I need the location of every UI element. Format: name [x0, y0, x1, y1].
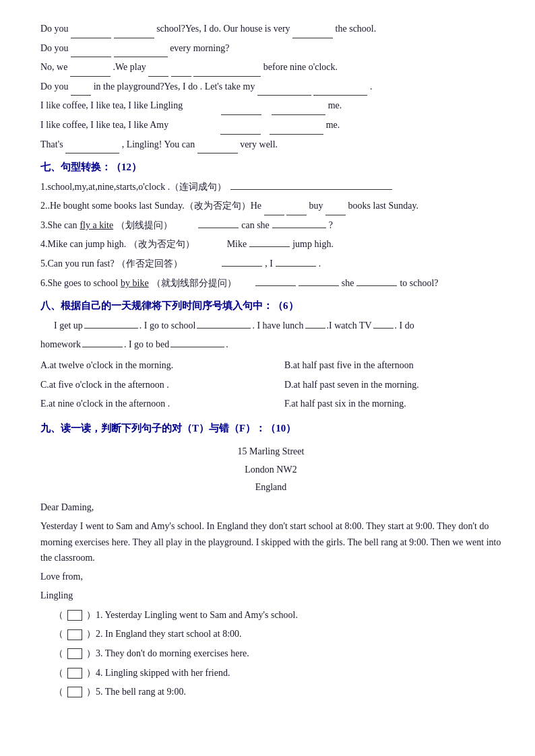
judge-text-3: 3. They don't do morning exercises here.: [96, 645, 249, 663]
blank-s7-6-1[interactable]: [255, 275, 296, 286]
blank-s7-2-1[interactable]: [264, 205, 284, 215]
worksheet-content: Do you school?Yes, I do. Our house is ve…: [40, 20, 501, 701]
blank-s8-5[interactable]: [82, 337, 123, 347]
option-e: E.at nine o'clock in the afternoon .: [40, 395, 257, 413]
judge-box-1[interactable]: [67, 610, 82, 621]
blank-7-1[interactable]: [65, 143, 119, 153]
s7-item-4: 4.Mike can jump high. （改为否定句） Mike jump …: [40, 236, 501, 254]
blank-1-3[interactable]: [292, 28, 333, 38]
blank-s7-5-2[interactable]: [276, 256, 316, 267]
blank-s7-4-1[interactable]: [249, 236, 290, 247]
s7-item-5: 5.Can you run fast? （作否定回答） , I .: [40, 255, 501, 273]
blank-s7-2-3[interactable]: [325, 205, 346, 215]
blank-s8-2[interactable]: [197, 318, 251, 329]
line-6: I like coffee, I like tea, I like Amy me…: [40, 116, 501, 135]
s7-item-1: 1.school,my,at,nine,starts,o'clock .（连词成…: [40, 178, 501, 197]
s8-line-2: homework . I go to bed .: [40, 336, 501, 354]
section-8-title: 八、根据自己的一天规律将下列时间序号填入句中：（6）: [40, 296, 501, 316]
s7-item-2: 2..He bought some books last Sunday.（改为否…: [40, 197, 501, 215]
s7-item-3: 3.She can fly a kite （划线提问） can she ?: [40, 217, 501, 235]
options-block: A.at twelve o'clock in the morning. C.at…: [40, 357, 501, 415]
line-5: I like coffee, I like tea, I like Lingli…: [40, 97, 501, 115]
line-2: Do you every morning?: [40, 40, 501, 58]
letter-body: Yesterday I went to Sam and Amy's school…: [40, 518, 501, 566]
blank-s8-1[interactable]: [84, 318, 138, 329]
option-f: F.at half past six in the morning.: [284, 395, 501, 413]
blank-3-2[interactable]: [148, 66, 168, 77]
judge-row-3: （ ） 3. They don't do morning exercises h…: [54, 645, 501, 663]
blank-5-1[interactable]: [221, 104, 261, 115]
line-1: Do you school?Yes, I do. Our house is ve…: [40, 20, 501, 38]
s7-item-6: 6.She goes to school by bike （就划线部分提问） s…: [40, 275, 501, 293]
blank-3-1[interactable]: [70, 66, 111, 77]
s7-3-underlined: fly a kite: [80, 217, 113, 235]
s7-6-underlined: by bike: [121, 275, 149, 293]
blank-6-2[interactable]: [270, 124, 323, 135]
blank-4-3[interactable]: [313, 85, 367, 96]
blank-3-4[interactable]: [193, 66, 261, 77]
blank-s7-6-2[interactable]: [298, 275, 339, 286]
judge-box-4[interactable]: [67, 668, 82, 679]
s8-line-1: I get up . I go to school . I have lunch…: [54, 317, 501, 335]
option-a: A.at twelve o'clock in the morning.: [40, 357, 257, 375]
letter-signature: Lingling: [40, 588, 501, 604]
blank-5-2[interactable]: [272, 104, 325, 115]
blank-1-2[interactable]: [114, 28, 154, 38]
address-line-1: 15 Marling Street: [40, 443, 501, 461]
judge-row-5: （ ） 5. The bell rang at 9:00.: [54, 683, 501, 701]
judge-row-4: （ ） 4. Lingling skipped with her friend.: [54, 664, 501, 683]
judge-row-1: （ ） 1. Yesterday Lingling went to Sam an…: [54, 607, 501, 625]
blank-s7-3-2[interactable]: [272, 217, 326, 228]
section-7-title: 七、句型转换：（12）: [40, 158, 501, 177]
judge-text-5: 5. The bell rang at 9:00.: [96, 683, 186, 701]
option-b: B.at half past five in the afternoon: [284, 357, 501, 375]
blank-s7-3-1[interactable]: [198, 217, 239, 228]
blank-s7-1[interactable]: [230, 179, 392, 190]
blank-s8-4[interactable]: [373, 318, 394, 329]
judge-text-2: 2. In England they start school at 8:00.: [96, 625, 242, 644]
judge-box-3[interactable]: [67, 648, 82, 659]
blank-6-1[interactable]: [220, 124, 261, 135]
judge-box-5[interactable]: [67, 687, 82, 697]
line-3: No, we .We play before nine o'clock.: [40, 59, 501, 77]
line-4: Do you in the playground?Yes, I do . Let…: [40, 78, 501, 96]
blank-s8-3[interactable]: [305, 318, 325, 329]
judge-text-4: 4. Lingling skipped with her friend.: [96, 664, 230, 683]
section-9-title: 九、读一读，判断下列句子的对（T）与错（F）：（10）: [40, 419, 501, 438]
blank-3-3[interactable]: [171, 66, 191, 77]
letter-dear: Dear Daming,: [40, 500, 501, 516]
option-c: C.at five o'clock in the afternoon .: [40, 376, 257, 394]
blank-s7-5-1[interactable]: [222, 256, 262, 267]
option-d: D.at half past seven in the morning.: [284, 376, 501, 394]
blank-4-1[interactable]: [71, 85, 91, 96]
judge-box-2[interactable]: [67, 629, 82, 640]
blank-s8-6[interactable]: [170, 337, 224, 347]
blank-s7-2-2[interactable]: [286, 205, 307, 215]
line-7: That's , Lingling! You can very well.: [40, 136, 501, 154]
address-line-3: England: [40, 479, 501, 497]
address-line-2: London NW2: [40, 461, 501, 479]
judge-row-2: （ ） 2. In England they start school at 8…: [54, 625, 501, 644]
judge-text-1: 1. Yesterday Lingling went to Sam and Am…: [96, 607, 298, 625]
letter-love: Love from,: [40, 569, 501, 585]
blank-4-2[interactable]: [257, 85, 311, 96]
blank-2-2[interactable]: [114, 46, 168, 57]
blank-7-2[interactable]: [197, 143, 238, 153]
blank-1-1[interactable]: [71, 28, 111, 38]
address-block: 15 Marling Street London NW2 England: [40, 443, 501, 497]
blank-s7-6-3[interactable]: [356, 275, 397, 286]
blank-2-1[interactable]: [71, 46, 111, 57]
